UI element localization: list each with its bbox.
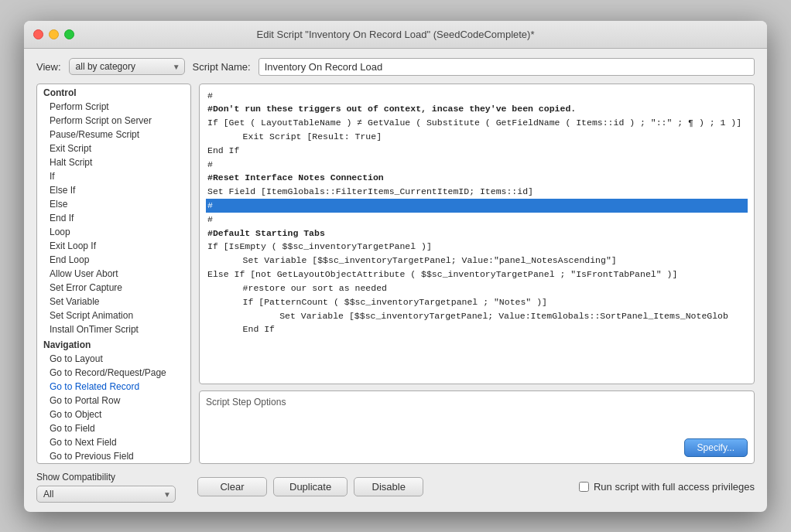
access-checkbox-wrapper: Run script with full access privileges <box>579 481 755 493</box>
access-checkbox-label: Run script with full access privileges <box>594 481 755 493</box>
list-item[interactable]: Allow User Abort <box>37 267 190 281</box>
list-item[interactable]: If <box>37 169 190 183</box>
code-line: Set Field [ItemGlobals::FilterItems_Curr… <box>206 185 748 199</box>
list-item[interactable]: Halt Script <box>37 155 190 169</box>
right-panel: # #Don't run these triggers out of conte… <box>199 84 755 464</box>
code-line: Set Variable [$$sc_inventoryTargetPanel;… <box>206 309 748 323</box>
code-line: #Default Starting Tabs <box>206 227 748 240</box>
list-item[interactable]: Go to Next Field <box>37 435 190 449</box>
list-item[interactable]: Else <box>37 197 190 211</box>
list-item[interactable]: Pause/Resume Script <box>37 128 190 142</box>
list-item[interactable]: Perform Script on Server <box>37 114 190 128</box>
list-item-highlighted[interactable]: Go to Related Record <box>37 380 190 394</box>
list-item[interactable]: Set Variable <box>37 295 190 309</box>
code-line: If [Get ( LayoutTableName ) ≠ GetValue (… <box>206 116 748 130</box>
maximize-button[interactable] <box>64 29 74 39</box>
window-title: Edit Script "Inventory On Record Load" (… <box>257 29 535 40</box>
code-line: # <box>206 89 748 103</box>
titlebar: Edit Script "Inventory On Record Load" (… <box>24 21 767 49</box>
code-line: Exit Script [Result: True] <box>206 130 748 144</box>
window-body: View: all by category all alphabetically… <box>24 49 767 512</box>
show-compat-label: Show Compatibility <box>36 472 176 483</box>
list-item[interactable]: Install OnTimer Script <box>37 322 190 336</box>
script-name-label: Script Name: <box>193 61 251 73</box>
code-editor[interactable]: # #Don't run these triggers out of conte… <box>199 84 755 384</box>
code-line: # <box>206 158 748 172</box>
list-item[interactable]: Exit Loop If <box>37 239 190 253</box>
list-item[interactable]: Set Script Animation <box>37 309 190 322</box>
list-item[interactable]: Go to Portal Row <box>37 394 190 408</box>
script-step-options: Script Step Options Specify... <box>199 390 755 464</box>
list-item[interactable]: Go to Previous Field <box>37 449 190 463</box>
script-name-input[interactable] <box>259 58 755 76</box>
disable-button[interactable]: Disable <box>354 477 423 496</box>
access-checkbox[interactable] <box>579 482 589 492</box>
show-compat-section: Show Compatibility All ▼ <box>36 472 176 503</box>
list-item[interactable]: Set Error Capture <box>37 281 190 295</box>
code-line-selected[interactable]: # <box>206 199 748 213</box>
traffic-lights <box>33 29 74 39</box>
code-line: Else If [not GetLayoutObjectAttribute ( … <box>206 268 748 281</box>
specify-button[interactable]: Specify... <box>684 438 748 457</box>
minimize-button[interactable] <box>49 29 59 39</box>
main-area: Control Perform Script Perform Script on… <box>36 84 755 464</box>
code-line: #restore our sort as needed <box>206 281 748 295</box>
compat-select-wrapper: All ▼ <box>36 486 176 503</box>
list-item[interactable]: End Loop <box>37 253 190 267</box>
list-item[interactable]: Exit Script <box>37 142 190 155</box>
list-item[interactable]: Go to Layout <box>37 352 190 366</box>
duplicate-button[interactable]: Duplicate <box>273 477 348 496</box>
code-line: #Don't run these triggers out of context… <box>206 102 748 116</box>
clear-button[interactable]: Clear <box>197 477 267 496</box>
top-row: View: all by category all alphabetically… <box>36 58 755 76</box>
list-item[interactable]: Else If <box>37 183 190 197</box>
list-item[interactable]: Go to Field <box>37 421 190 435</box>
code-line: End If <box>206 144 748 158</box>
code-line: If [IsEmpty ( $$sc_inventoryTargetPanel … <box>206 240 748 254</box>
main-window: Edit Script "Inventory On Record Load" (… <box>24 21 767 512</box>
code-line: If [PatternCount ( $$sc_inventoryTargetp… <box>206 295 748 309</box>
compat-select[interactable]: All <box>36 486 176 503</box>
list-item[interactable]: Go to Object <box>37 408 190 421</box>
list-item[interactable]: Go to Record/Request/Page <box>37 366 190 380</box>
list-item[interactable]: End If <box>37 211 190 225</box>
code-line: End If <box>206 322 748 336</box>
code-line: Set Variable [$$sc_inventoryTargetPanel;… <box>206 254 748 268</box>
section-header-control: Control <box>37 84 190 100</box>
script-list-panel: Control Perform Script Perform Script on… <box>36 84 191 464</box>
list-item[interactable]: Loop <box>37 225 190 239</box>
section-header-navigation: Navigation <box>37 336 190 352</box>
options-title: Script Step Options <box>206 397 286 408</box>
close-button[interactable] <box>33 29 43 39</box>
code-line: #Reset Interface Notes Connection <box>206 171 748 185</box>
bottom-section: Show Compatibility All ▼ Clear Duplicate… <box>36 472 755 503</box>
view-select[interactable]: all by category all alphabetically only … <box>69 58 185 75</box>
code-line: # <box>206 213 748 227</box>
action-row: Show Compatibility All ▼ Clear Duplicate… <box>36 472 755 503</box>
list-item[interactable]: Perform Script <box>37 100 190 114</box>
view-select-wrapper: all by category all alphabetically only … <box>69 58 185 75</box>
view-label: View: <box>36 61 61 73</box>
